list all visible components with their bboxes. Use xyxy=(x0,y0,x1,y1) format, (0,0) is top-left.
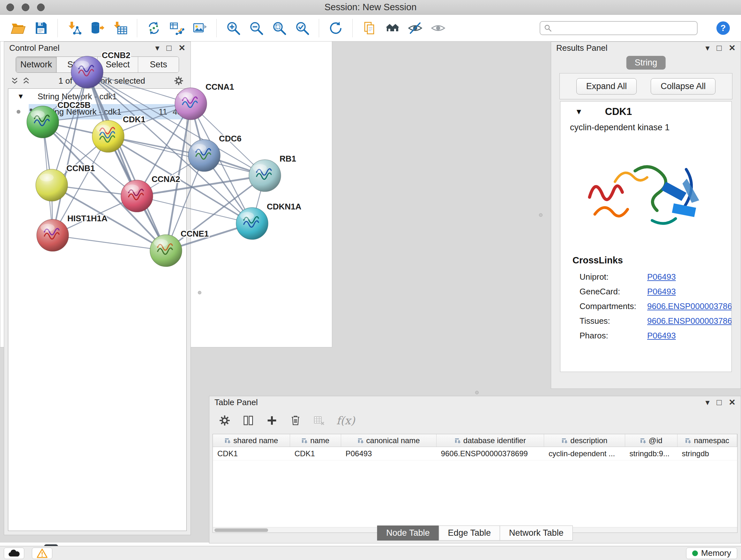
delete-column-trash-icon[interactable] xyxy=(289,414,302,427)
first-neighbors-button[interactable] xyxy=(382,17,402,39)
node-label-HIST1H1A: HIST1H1A xyxy=(67,213,108,223)
table-tabs: Node TableEdge TableNetwork Table xyxy=(377,525,572,541)
edge-CCNB2-CCNE1[interactable] xyxy=(87,72,166,251)
help-button[interactable]: ? xyxy=(713,17,733,39)
search-box[interactable] xyxy=(540,21,697,35)
column-sort-icon xyxy=(224,437,231,444)
duplicate-page-button[interactable] xyxy=(359,17,380,39)
column-label: name xyxy=(310,436,329,445)
column-label: canonical name xyxy=(366,436,420,445)
table-settings-gear-icon[interactable] xyxy=(218,414,231,427)
panel-float-icon[interactable]: □ xyxy=(717,43,722,53)
gene-card: ▼ CDK1 cyclin-dependent kinase 1 xyxy=(560,101,732,372)
add-column-icon[interactable] xyxy=(266,414,278,427)
column-header-canonical-name[interactable]: canonical name xyxy=(341,434,436,447)
column-header--id[interactable]: @id xyxy=(625,434,677,447)
panel-close-icon[interactable]: ✕ xyxy=(729,43,736,53)
column-label: shared name xyxy=(233,436,278,445)
table-cell[interactable]: stringdb:9... xyxy=(625,447,677,460)
crosslink-row: Tissues:9606.ENSP00000378699 xyxy=(560,314,731,328)
crosslink-row: Uniprot:P06493 xyxy=(560,269,731,284)
column-header-description[interactable]: description xyxy=(544,434,625,447)
network-view[interactable]: CCNB2CCNA1CDC25BCDK1CDC6RB1CCNB1CCNA2CDK… xyxy=(0,0,332,348)
table-cell[interactable]: CDK1 xyxy=(213,447,290,460)
node-table[interactable]: shared namenamecanonical namedatabase id… xyxy=(212,434,738,533)
panel-close-icon[interactable]: ✕ xyxy=(729,397,736,408)
crosslink-link[interactable]: 9606.ENSP00000378699 xyxy=(647,316,732,326)
node-label-CDK1: CDK1 xyxy=(123,115,145,124)
node-CCNB1[interactable]: CCNB1 xyxy=(36,164,95,201)
table-panel-header: Table Panel ▾ □ ✕ xyxy=(209,396,741,408)
show-columns-icon[interactable] xyxy=(242,414,255,427)
node-CCNA1[interactable]: CCNA1 xyxy=(175,82,234,120)
crosslink-label: Compartments: xyxy=(580,301,647,311)
tab-node-table[interactable]: Node Table xyxy=(377,525,439,541)
table-cell[interactable]: P06493 xyxy=(341,447,436,460)
bottom-splitter-handle[interactable] xyxy=(475,391,479,394)
table-body: CDK1CDK1P064939606.ENSP00000378699cyclin… xyxy=(213,447,737,460)
table-cell[interactable]: 9606.ENSP00000378699 xyxy=(436,447,544,460)
column-header-shared-name[interactable]: shared name xyxy=(213,434,290,447)
gene-card-header[interactable]: ▼ CDK1 xyxy=(560,102,731,118)
cloud-button[interactable] xyxy=(4,548,24,559)
show-all-button[interactable] xyxy=(428,17,448,39)
protein-structure-image xyxy=(577,141,715,247)
crosslinks-title: CrossLinks xyxy=(560,255,731,266)
tab-edge-table[interactable]: Edge Table xyxy=(439,525,500,541)
crosslink-label: Pharos: xyxy=(580,331,647,341)
scrollbar-thumb[interactable] xyxy=(214,528,268,532)
table-row[interactable]: CDK1CDK1P064939606.ENSP00000378699cyclin… xyxy=(213,447,737,460)
collapse-all-button[interactable]: Collapse All xyxy=(651,78,716,95)
column-header-namespac[interactable]: namespac xyxy=(677,434,737,447)
node-CDK1[interactable]: CDK1 xyxy=(92,115,145,152)
tab-network-table[interactable]: Network Table xyxy=(500,525,573,541)
edge-HIST1H1A-CCNE1[interactable] xyxy=(53,235,166,251)
search-icon xyxy=(544,24,552,32)
memory-button[interactable]: Memory xyxy=(686,548,737,559)
node-label-CCNB1: CCNB1 xyxy=(66,164,95,173)
crosslink-link[interactable]: P06493 xyxy=(647,331,676,341)
column-sort-icon xyxy=(685,437,691,444)
memory-status-dot xyxy=(692,550,698,556)
tab-string[interactable]: String xyxy=(626,56,666,70)
function-builder-icon[interactable]: f(x) xyxy=(336,414,355,427)
table-panel: Table Panel ▾ □ ✕ f(x) shared namenameca… xyxy=(209,396,741,543)
expand-all-button[interactable]: Expand All xyxy=(576,78,637,95)
right-splitter-handle[interactable] xyxy=(539,213,542,217)
edge-CCNB2-HIST1H1A[interactable] xyxy=(53,72,87,235)
crosslink-link[interactable]: P06493 xyxy=(647,272,676,282)
panel-menu-icon[interactable]: ▾ xyxy=(705,43,710,53)
cloud-icon xyxy=(8,549,20,558)
node-label-CDC6: CDC6 xyxy=(219,134,242,143)
houses-icon xyxy=(385,20,400,36)
warnings-button[interactable] xyxy=(32,548,52,559)
column-sort-icon xyxy=(455,437,461,444)
disclosure-triangle-icon[interactable]: ▼ xyxy=(575,107,583,116)
warning-icon xyxy=(37,548,48,558)
edge-CCNA2-CDKN1A[interactable] xyxy=(137,196,252,224)
column-sort-icon xyxy=(357,437,364,444)
node-RB1[interactable]: RB1 xyxy=(249,154,296,192)
crosslink-row: Pharos:P06493 xyxy=(560,328,731,343)
hide-selected-button[interactable] xyxy=(405,17,425,39)
table-cell[interactable]: stringdb xyxy=(677,447,737,460)
node-label-RB1: RB1 xyxy=(280,154,296,164)
node-CDC25B[interactable]: CDC25B xyxy=(27,100,91,138)
node-HIST1H1A[interactable]: HIST1H1A xyxy=(37,213,108,251)
search-input[interactable] xyxy=(555,23,693,33)
left-splitter-handle[interactable] xyxy=(198,291,201,294)
node-CDKN1A[interactable]: CDKN1A xyxy=(236,202,301,240)
panel-float-icon[interactable]: □ xyxy=(717,397,722,408)
edge-CCNB2-CCNA1[interactable] xyxy=(87,72,191,104)
column-header-name[interactable]: name xyxy=(290,434,341,447)
network-canvas[interactable]: CCNB2CCNA1CDC25BCDK1CDC6RB1CCNB1CCNA2CDK… xyxy=(0,0,332,329)
results-panel: Results Panel ▾ □ ✕ String Expand All Co… xyxy=(551,42,741,389)
table-cell[interactable]: CDK1 xyxy=(290,447,341,460)
column-sort-icon xyxy=(640,437,646,444)
panel-menu-icon[interactable]: ▾ xyxy=(705,397,710,408)
table-cell[interactable]: cyclin-dependent ... xyxy=(544,447,625,460)
crosslink-link[interactable]: P06493 xyxy=(647,287,676,297)
column-header-database-identifier[interactable]: database identifier xyxy=(436,434,544,447)
toolbar-separator xyxy=(352,19,353,37)
crosslink-link[interactable]: 9606.ENSP00000378699 xyxy=(647,301,732,311)
